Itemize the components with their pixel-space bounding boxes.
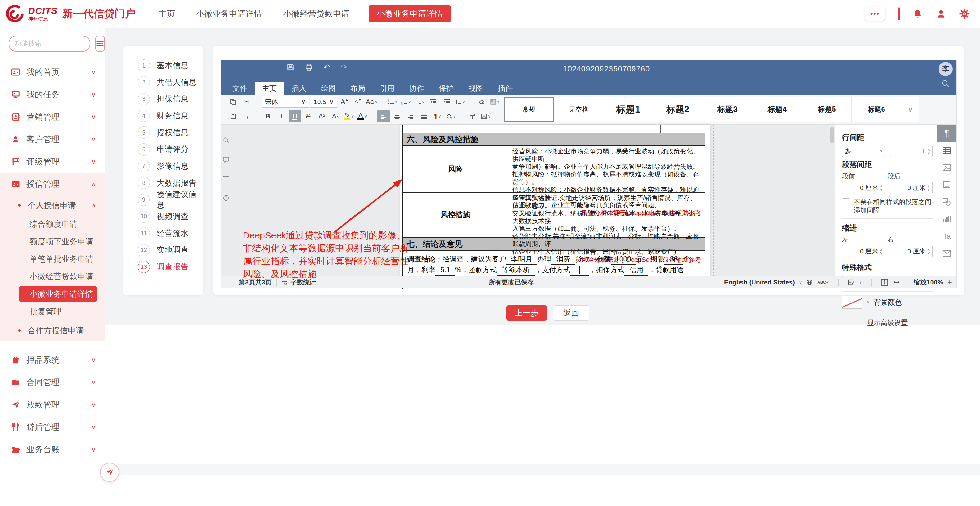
step-guarantee[interactable]: 3 担保信息 [123,90,203,108]
table-panel-icon[interactable] [937,142,956,159]
sidebar-item-my-home[interactable]: 我的首页 ∨ [0,61,105,83]
avatar[interactable]: 李 [939,62,953,76]
mail-panel-icon[interactable] [937,245,956,262]
grow-font-icon[interactable]: A▲ [339,96,351,108]
sidebar-item-disbursement[interactable]: 放款管理 ∨ [0,393,105,416]
chart-panel-icon[interactable] [937,211,956,228]
zoom-out-icon[interactable]: − [905,278,909,287]
highlight-icon[interactable]: ✎∨ [343,110,355,122]
language-selector[interactable]: English (United States) [724,279,795,286]
undo-icon[interactable]: ↶ [323,63,330,71]
sidebar-item-my-tasks[interactable]: 我的任务 ∨ [0,83,105,106]
same-style-checkbox[interactable] [842,198,850,206]
copy-icon[interactable] [227,96,239,108]
line-spacing-icon[interactable]: ∨ [454,96,466,108]
step-field-survey[interactable]: 12 实地调查 [123,242,203,259]
nav-tab-home[interactable]: 主页 [157,5,177,22]
font-size-select[interactable]: 10.5 ∨ [310,96,337,108]
document-page[interactable]: 六、风险及风控措施 风险 经营风险：小微企业市场竞争力弱，易受行业波动（如政策变… [400,125,710,282]
styles-more-icon[interactable]: ∨ [901,97,919,122]
fit-width-icon[interactable] [892,279,900,286]
style-heading4[interactable]: 标题4 [752,97,802,122]
gear-icon[interactable] [959,9,970,19]
advanced-settings-link[interactable]: 显示高级设置 [867,318,908,328]
step-coborrower[interactable]: 2 共借人信息 [123,74,203,91]
align-right-icon[interactable] [404,110,417,122]
menu-draw[interactable]: 绘图 [313,82,343,95]
doc-search-icon[interactable] [223,137,229,144]
format-painter-icon[interactable] [466,110,479,122]
sidebar-item-customers[interactable]: 客户管理 ∨ [0,128,105,151]
sidebar-item-personal-credit[interactable]: • 个人授信申请 ∧ [0,195,105,216]
style-heading5[interactable]: 标题5 [802,97,852,122]
comment-icon[interactable] [223,157,229,163]
more-apps-badge[interactable]: ••• [864,7,885,21]
style-heading2[interactable]: 标题2 [653,97,703,122]
eraser-icon[interactable] [476,96,488,108]
sidebar-item-single-batch[interactable]: 单笔单批业务申请 [0,251,105,268]
menu-layout[interactable]: 布局 [343,82,372,95]
indent-right-input[interactable]: 0 厘米 ∧∨ [890,245,933,257]
sidebar-item-approval-mgmt[interactable]: 批复管理 [0,303,105,320]
chevron-down-icon[interactable]: ∨ [867,300,869,305]
nav-tab-micro-loan-apply[interactable]: 小微经营贷款申请 [281,5,352,22]
menu-plugins[interactable]: 插件 [490,82,520,95]
increase-indent-icon[interactable] [441,96,453,108]
underline-icon[interactable]: U [289,110,301,122]
change-case-icon[interactable]: Aa∨ [366,96,378,108]
prev-step-button[interactable]: 上一步 [506,305,547,320]
step-imaging[interactable]: 7 影像信息 [123,158,203,174]
page-panel-icon[interactable] [937,176,956,194]
fit-page-icon[interactable] [881,279,888,286]
nav-tab-micro-detail-active[interactable]: 小微业务申请详情 [369,5,451,22]
sidebar-item-rating[interactable]: 评级管理 ∨ [0,151,105,173]
sidebar-item-ledger[interactable]: 业务台账 ∨ [0,438,105,461]
globe-icon[interactable] [806,279,813,286]
print-icon[interactable] [305,63,313,71]
sidebar-item-marketing[interactable]: 营销管理 ∨ [0,106,105,128]
user-icon[interactable] [936,9,946,19]
menu-collaborate[interactable]: 协作 [402,82,431,95]
editor-search-icon[interactable] [941,79,950,88]
text-style-panel-icon[interactable]: Ta [937,228,956,245]
style-normal[interactable]: 常规 [504,97,554,122]
nav-tab-micro-detail-1[interactable]: 小微业务申请详情 [194,5,264,22]
back-button[interactable]: 返回 [553,305,589,320]
space-before-input[interactable]: 0 厘米 ∧∨ [842,182,885,194]
menu-references[interactable]: 引用 [372,82,402,95]
redo-icon[interactable]: ↷ [340,63,347,71]
feedback-fab-button[interactable] [100,463,119,482]
sidebar-item-quota-business[interactable]: 额度项下业务申请 [0,233,105,251]
indent-left-input[interactable]: 0 厘米 ∧∨ [842,245,885,257]
italic-icon[interactable]: I [275,110,288,122]
select-icon[interactable] [240,110,253,122]
sidebar-item-partner-credit[interactable]: • 合作方授信申请 [0,320,105,341]
document-canvas[interactable]: 六、风险及风控措施 风险 经营风险：小微企业市场竞争力弱，易受行业波动（如政策变… [231,125,829,276]
sidebar-item-collateral[interactable]: 押品系统 ∨ [0,349,105,371]
doc-scrollbar[interactable] [829,125,835,276]
justify-icon[interactable] [418,110,430,122]
menu-insert[interactable]: 插入 [284,82,313,95]
step-authorization[interactable]: 5 授权信息 [123,124,203,141]
space-after-input[interactable]: 0 厘米 ∧∨ [890,182,933,194]
paste-icon[interactable] [227,110,239,122]
sidebar-item-post-loan[interactable]: 贷后管理 ∨ [0,416,105,438]
text-box-icon[interactable]: ∨ [480,110,492,122]
menu-file[interactable]: 文件 [225,82,255,95]
step-survey-report-active[interactable]: 13 调查报告 [123,259,203,275]
style-heading1[interactable]: 标题1 [603,97,653,122]
superscript-icon[interactable]: A² [316,110,328,122]
bell-icon[interactable] [912,9,923,19]
sidebar-item-micro-loan-apply[interactable]: 小微经营贷款申请 [0,268,105,286]
step-video-survey[interactable]: 10 视频调查 [123,208,203,225]
sidebar-item-comprehensive-quota[interactable]: 综合额度申请 [0,216,105,233]
paragraph-panel-icon[interactable]: ¶ [937,125,956,142]
edit-mode-icon[interactable] [848,279,855,286]
menu-home[interactable]: 主页 [255,82,284,95]
font-family-select[interactable]: 宋体 ∨ [262,96,309,108]
menu-collapse-button[interactable] [95,36,105,52]
line-spacing-select[interactable]: 多∨ [842,145,885,157]
align-left-icon[interactable] [377,110,390,122]
fill-bucket-icon[interactable]: ∨ [445,110,457,122]
shapes-panel-icon[interactable] [937,194,956,211]
